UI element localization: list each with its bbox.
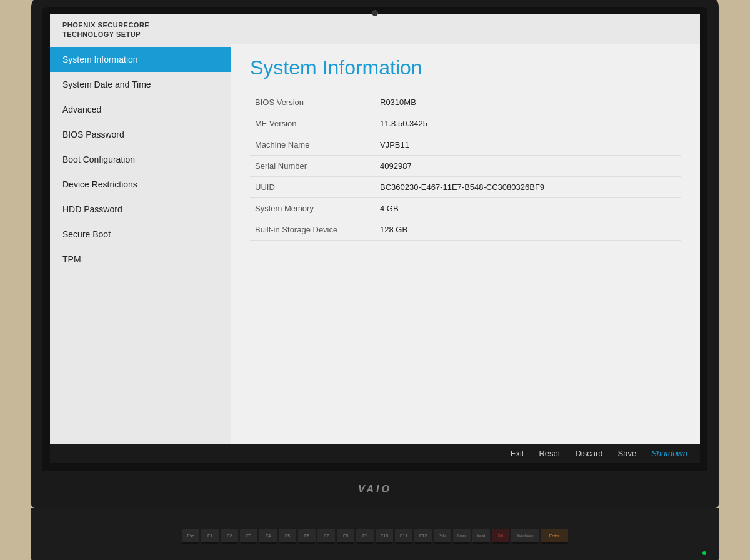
screen: PHOENIX SECURECORE TECHNOLOGY SETUP Syst…: [50, 14, 700, 463]
discard-button[interactable]: Discard: [575, 449, 602, 458]
footer-bar: Exit Reset Discard Save Shutdown: [50, 444, 700, 463]
content-area: System Information BIOS Version R0310MB …: [231, 44, 700, 444]
value-storage: 128 GB: [375, 219, 681, 240]
label-uuid: UUID: [250, 176, 375, 198]
label-machine-name: Machine Name: [250, 134, 375, 155]
value-serial-number: 4092987: [375, 155, 681, 176]
key-f6[interactable]: F6: [298, 529, 316, 544]
table-row: BIOS Version R0310MB: [250, 92, 681, 113]
keys-container: Esc F1 F2 F3 F4 F5 F6 F7 F8 F9 F10 F11 F…: [182, 529, 568, 544]
table-row: ME Version 11.8.50.3425: [250, 112, 681, 134]
table-row: System Memory 4 GB: [250, 198, 681, 219]
exit-button[interactable]: Exit: [511, 449, 524, 458]
value-uuid: BC360230-E467-11E7-B548-CC3080326BF9: [375, 176, 681, 198]
vaio-logo: VAIO: [358, 484, 392, 495]
sidebar-item-tpm[interactable]: TPM: [50, 247, 231, 272]
value-me-version: 11.8.50.3425: [375, 112, 681, 134]
key-pause[interactable]: Pause: [453, 529, 471, 544]
bios-subtitle: TECHNOLOGY SETUP: [62, 31, 141, 38]
label-serial-number: Serial Number: [250, 155, 375, 176]
table-row: Machine Name VJPB11: [250, 134, 681, 155]
sidebar-item-secure-boot[interactable]: Secure Boot: [50, 222, 231, 247]
key-prtsc[interactable]: PrtSc: [434, 529, 451, 544]
save-button[interactable]: Save: [618, 449, 637, 458]
label-bios-version: BIOS Version: [250, 92, 375, 113]
key-insert[interactable]: Insert: [472, 529, 490, 544]
reset-button[interactable]: Reset: [539, 449, 560, 458]
sidebar-item-bios-password[interactable]: BIOS Password: [50, 122, 231, 147]
power-led: [702, 551, 706, 555]
key-f1[interactable]: F1: [201, 529, 219, 544]
keyboard-area: Esc F1 F2 F3 F4 F5 F6 F7 F8 F9 F10 F11 F…: [31, 508, 719, 560]
label-system-memory: System Memory: [250, 198, 375, 219]
table-row: Serial Number 4092987: [250, 155, 681, 176]
key-f5[interactable]: F5: [279, 529, 296, 544]
page-title: System Information: [250, 56, 681, 79]
sidebar-item-device-restrictions[interactable]: Device Restrictions: [50, 172, 231, 197]
info-table: BIOS Version R0310MB ME Version 11.8.50.…: [250, 92, 681, 241]
sidebar-item-system-information[interactable]: System Information: [50, 47, 231, 72]
key-f2[interactable]: F2: [221, 529, 238, 544]
table-row: Built-in Storage Device 128 GB: [250, 219, 681, 240]
bios-vendor: PHOENIX SECURECORE: [62, 21, 149, 29]
key-delete[interactable]: Del: [492, 529, 509, 544]
sidebar-item-hdd-password[interactable]: HDD Password: [50, 197, 231, 222]
webcam: [372, 10, 378, 16]
value-machine-name: VJPB11: [375, 134, 681, 155]
table-row: UUID BC360230-E467-11E7-B548-CC3080326BF…: [250, 176, 681, 198]
key-backspace[interactable]: Back Space: [511, 529, 539, 544]
label-storage: Built-in Storage Device: [250, 219, 375, 240]
key-f8[interactable]: F8: [337, 529, 354, 544]
key-f7[interactable]: F7: [318, 529, 335, 544]
key-f11[interactable]: F11: [395, 529, 412, 544]
laptop-bottom: VAIO: [42, 471, 708, 508]
key-f4[interactable]: F4: [259, 529, 277, 544]
sidebar-item-system-date-and-time[interactable]: System Date and Time: [50, 72, 231, 97]
value-system-memory: 4 GB: [375, 198, 681, 219]
sidebar-item-advanced[interactable]: Advanced: [50, 97, 231, 122]
key-f10[interactable]: F10: [376, 529, 393, 544]
shutdown-button[interactable]: Shutdown: [651, 449, 688, 458]
bios-main: System Information System Date and Time …: [50, 44, 700, 444]
sidebar-item-boot-configuration[interactable]: Boot Configuration: [50, 147, 231, 172]
key-f9[interactable]: F9: [356, 529, 374, 544]
label-me-version: ME Version: [250, 112, 375, 134]
key-f3[interactable]: F3: [240, 529, 258, 544]
value-bios-version: R0310MB: [375, 92, 681, 113]
sidebar: System Information System Date and Time …: [50, 44, 231, 444]
key-f12[interactable]: F12: [414, 529, 432, 544]
bios-header: PHOENIX SECURECORE TECHNOLOGY SETUP: [50, 14, 700, 44]
screen-bezel: PHOENIX SECURECORE TECHNOLOGY SETUP Syst…: [42, 7, 708, 471]
key-enter[interactable]: Enter: [541, 529, 568, 544]
key-esc[interactable]: Esc: [182, 529, 199, 544]
laptop-body: PHOENIX SECURECORE TECHNOLOGY SETUP Syst…: [31, 0, 719, 560]
laptop-outer: PHOENIX SECURECORE TECHNOLOGY SETUP Syst…: [31, 0, 719, 508]
